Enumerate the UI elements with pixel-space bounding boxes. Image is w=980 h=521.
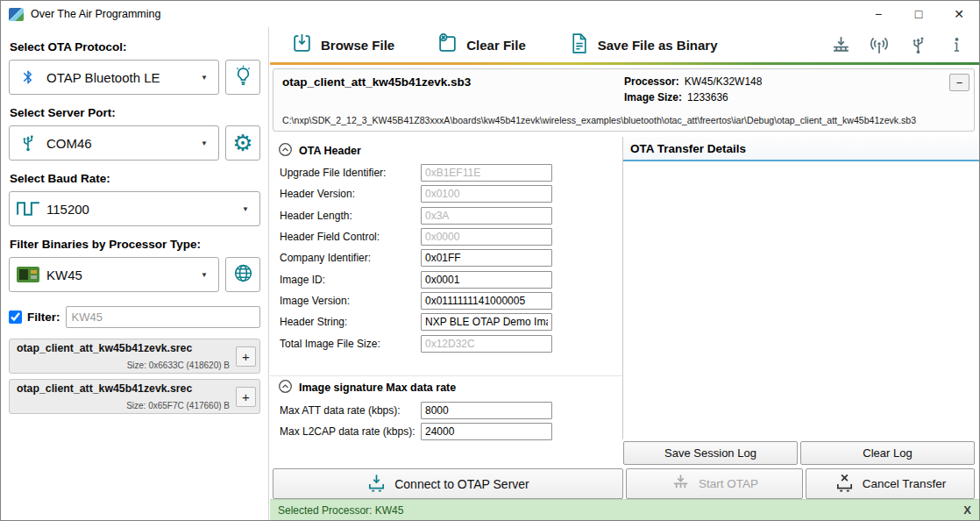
header-version-input: [421, 185, 552, 203]
minimize-button[interactable]: −: [858, 1, 898, 27]
start-otap-button[interactable]: Start OTAP: [626, 468, 803, 499]
image-version-input[interactable]: [421, 292, 552, 310]
start-otap-icon: [671, 473, 691, 496]
upgrade-file-identifier-label: Upgrade File Identifier:: [280, 167, 421, 179]
usb-icon: [10, 133, 46, 153]
clear-file-label: Clear File: [466, 38, 526, 53]
status-close-button[interactable]: X: [963, 503, 971, 517]
browse-file-icon: [291, 32, 313, 57]
protocol-value: OTAP Bluetooth LE: [46, 70, 201, 85]
loaded-filename: otap_client_att_kw45b41zevk.sb3: [282, 75, 939, 89]
image-id-label: Image ID:: [280, 274, 421, 286]
collapse-chevron-icon: [278, 379, 293, 396]
browse-file-button[interactable]: Browse File: [291, 32, 394, 57]
cancel-transfer-label: Cancel Transfer: [863, 477, 946, 490]
header-string-input[interactable]: [421, 313, 552, 331]
tips-button[interactable]: [225, 60, 260, 95]
max-att-rate-label: Max ATT data rate (kbps):: [280, 404, 421, 417]
connect-label: Connect to OTAP Server: [394, 477, 529, 491]
max-l2cap-rate-input[interactable]: [421, 423, 552, 440]
toolbar: Browse File Clear File Save File as Bina…: [270, 27, 979, 62]
protocol-label: Select OTA Protocol:: [10, 40, 260, 54]
chevron-down-icon: ▼: [201, 271, 218, 279]
header-length-input: [421, 207, 552, 225]
board-download-icon[interactable]: [828, 34, 853, 56]
processor-val: KW45/K32W148: [685, 75, 763, 88]
toolbar-status-icons: [828, 33, 979, 56]
server-port-select[interactable]: COM46 ▼: [9, 125, 219, 161]
chevron-down-icon: ▼: [201, 139, 218, 147]
processor-type-select[interactable]: KW45 ▼: [9, 257, 219, 292]
max-att-rate-input[interactable]: [421, 402, 552, 419]
company-identifier-input[interactable]: [421, 249, 552, 267]
clear-log-button[interactable]: Clear Log: [800, 441, 975, 465]
header-length-label: Header Length:: [280, 210, 421, 222]
app-icon: [9, 8, 24, 21]
add-binary-button[interactable]: +: [236, 387, 256, 407]
binary-size: Size: 0x65F7C (417660) B: [126, 401, 230, 410]
processor-info-button[interactable]: [225, 257, 260, 292]
maximize-button[interactable]: □: [898, 1, 939, 27]
signature-section-header[interactable]: Image signature Max data rate: [270, 376, 622, 400]
gear-icon: ⚙: [232, 132, 252, 154]
transfer-details-log[interactable]: [623, 161, 979, 439]
header-string-label: Header String:: [280, 316, 421, 328]
square-wave-icon: [10, 201, 46, 217]
filter-input[interactable]: [66, 306, 260, 328]
header-field-control-label: Header Field Control:: [280, 231, 421, 243]
chevron-down-icon: ▼: [242, 205, 259, 213]
total-image-file-size-input: [421, 335, 552, 353]
ota-header-title: OTA Header: [299, 145, 361, 157]
processor-value: KW45: [46, 268, 201, 282]
baud-rate-select[interactable]: 115200 ▼: [9, 191, 260, 226]
ota-protocol-select[interactable]: OTAP Bluetooth LE ▼: [9, 60, 219, 95]
usb-icon[interactable]: [905, 35, 930, 55]
status-text: Selected Processor: KW45: [278, 504, 403, 517]
company-identifier-label: Company Identifier:: [280, 252, 421, 264]
file-info-panel: otap_client_att_kw45b41zevk.sb3 Processo…: [273, 68, 975, 132]
binary-list-item[interactable]: otap_client_att_kw45b41zevk.srec Size: 0…: [9, 379, 260, 414]
transfer-details-title: OTA Transfer Details: [623, 137, 979, 161]
port-value: COM46: [46, 136, 201, 151]
chevron-down-icon: ▼: [201, 74, 218, 82]
binary-size: Size: 0x6633C (418620) B: [127, 360, 230, 370]
lightbulb-icon: [232, 65, 254, 90]
cancel-transfer-button[interactable]: Cancel Transfer: [806, 468, 975, 499]
browse-file-label: Browse File: [321, 38, 394, 53]
connect-otap-server-button[interactable]: Connect to OTAP Server: [273, 468, 623, 499]
transfer-details-panel: OTA Transfer Details: [623, 137, 979, 439]
binary-name: otap_client_att_kw45b41zevk.srec: [17, 342, 230, 354]
titlebar: Over The Air Programming − □ ✕: [1, 1, 979, 27]
binary-list-item[interactable]: otap_client_att_kw45b41zevk.srec Size: 0…: [9, 339, 260, 374]
save-session-log-button[interactable]: Save Session Log: [623, 441, 798, 465]
ota-header-section-header[interactable]: OTA Header: [270, 139, 622, 162]
wireless-icon[interactable]: [867, 33, 891, 56]
signature-title: Image signature Max data rate: [299, 382, 456, 394]
save-binary-icon: [568, 32, 590, 57]
collapse-file-panel-button[interactable]: −: [949, 74, 969, 91]
port-settings-button[interactable]: ⚙: [225, 125, 260, 161]
max-l2cap-rate-label: Max L2CAP data rate (kbps):: [280, 425, 421, 438]
save-binary-button[interactable]: Save File as Binary: [568, 32, 718, 57]
globe-icon: [232, 262, 254, 288]
main-area: Browse File Clear File Save File as Bina…: [270, 27, 979, 520]
total-image-file-size-label: Total Image File Size:: [280, 338, 421, 350]
processor-key: Processor:: [624, 75, 679, 88]
upgrade-file-identifier-input: [421, 164, 552, 182]
info-icon[interactable]: [944, 36, 969, 54]
close-button[interactable]: ✕: [939, 1, 979, 27]
processor-filter-label: Filter Binaries by Processor Type:: [10, 238, 260, 251]
connect-download-icon: [366, 473, 387, 496]
window-controls: − □ ✕: [858, 1, 979, 27]
baud-value: 115200: [46, 202, 242, 217]
collapse-chevron-icon: [278, 142, 293, 160]
clear-file-button[interactable]: Clear File: [437, 32, 526, 57]
window-title: Over The Air Programming: [31, 8, 160, 20]
binary-list: otap_client_att_kw45b41zevk.srec Size: 0…: [9, 339, 260, 414]
add-binary-button[interactable]: +: [236, 346, 256, 367]
image-id-input[interactable]: [421, 271, 552, 289]
filter-checkbox[interactable]: [9, 310, 22, 324]
cancel-transfer-icon: [834, 473, 855, 496]
bluetooth-icon: [10, 69, 46, 85]
port-label: Select Server Port:: [10, 106, 260, 119]
